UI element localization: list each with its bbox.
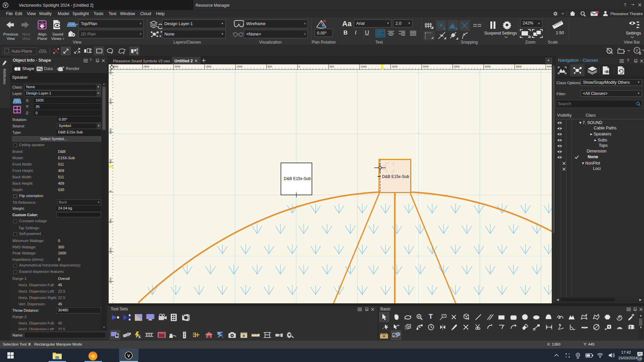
svg-text:D&B E15x-Sub: D&B E15x-Sub (284, 176, 311, 181)
svg-text:V: V (127, 353, 130, 358)
svg-text:1000: 1000 (236, 65, 243, 68)
svg-text:2000: 2000 (109, 70, 112, 75)
svg-text:V: V (636, 48, 638, 52)
svg-text:1500: 1500 (109, 99, 112, 105)
svg-text:500: 500 (330, 65, 334, 68)
svg-text:2500: 2500 (144, 65, 150, 68)
svg-text:2000: 2000 (423, 65, 429, 68)
svg-text:1000: 1000 (109, 248, 112, 254)
svg-text:4000: 4000 (547, 65, 552, 68)
svg-text:T: T (429, 313, 433, 320)
svg-text:1000: 1000 (361, 65, 367, 68)
svg-text:D&B E15x-Sub: D&B E15x-Sub (382, 174, 409, 179)
svg-text:2000: 2000 (174, 65, 180, 68)
svg-text:3500: 3500 (516, 65, 522, 68)
svg-text:2500: 2500 (454, 65, 460, 68)
svg-text:1500: 1500 (109, 278, 112, 284)
svg-text:V: V (4, 3, 7, 7)
svg-text:3000: 3000 (485, 65, 491, 68)
svg-text:0: 0 (299, 65, 300, 68)
svg-text:1500: 1500 (392, 65, 398, 68)
svg-text:500: 500 (268, 65, 272, 68)
svg-text:0: 0 (109, 190, 112, 192)
svg-text:500: 500 (109, 219, 112, 223)
svg-text:500: 500 (109, 159, 112, 164)
svg-text:1000: 1000 (109, 128, 112, 134)
svg-text:1500: 1500 (206, 65, 212, 68)
